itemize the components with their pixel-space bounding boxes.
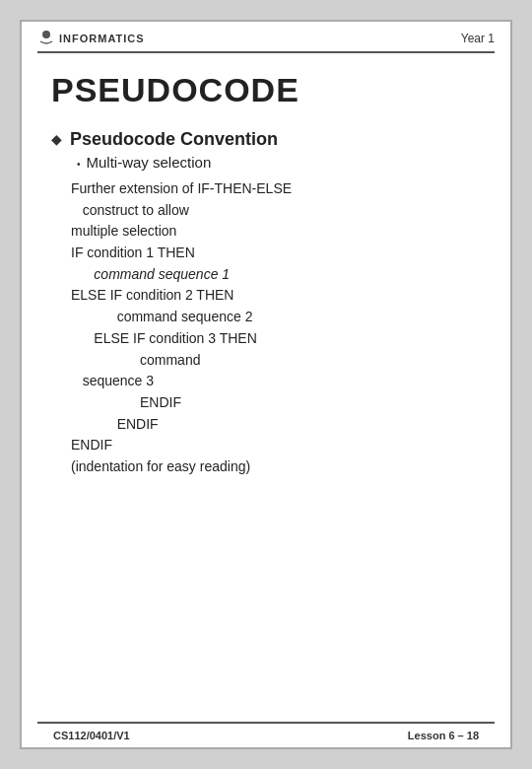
code-line-11: ENDIF (71, 392, 481, 414)
logo-icon (37, 30, 55, 47)
code-line-5: command sequence 1 (71, 264, 481, 286)
year-label: Year 1 (461, 32, 495, 45)
slide-footer: CS112/0401/V1 Lesson 6 – 18 (37, 722, 495, 747)
sub-bullet-text: Multi-way selection (87, 154, 212, 171)
logo-area: INFORMATICS (37, 30, 145, 47)
footer-course-code: CS112/0401/V1 (53, 730, 130, 741)
bullet-dot-icon: • (77, 159, 81, 170)
code-line-7: command sequence 2 (71, 307, 481, 328)
slide-title: PSEUDOCODE (51, 71, 299, 108)
footer-lesson: Lesson 6 – 18 (408, 730, 479, 741)
code-line-14: (indentation for easy reading) (71, 456, 481, 478)
section-heading: Pseudocode Convention (70, 129, 278, 150)
main-bullet: ◆ Pseudocode Convention (51, 129, 481, 150)
code-line-12: ENDIF (71, 414, 481, 436)
sub-bullet: • Multi-way selection (77, 154, 481, 171)
code-line-13: ENDIF (71, 435, 481, 456)
code-line-6: ELSE IF condition 2 THEN (71, 285, 481, 307)
code-line-8: ELSE IF condition 3 THEN (71, 328, 481, 350)
title-section: PSEUDOCODE (22, 53, 510, 119)
code-line-1: Further extension of IF-THEN-ELSE (71, 178, 481, 200)
code-block: Further extension of IF-THEN-ELSE constr… (71, 178, 481, 478)
slide-header: INFORMATICS Year 1 (22, 22, 510, 51)
logo-text: INFORMATICS (59, 33, 145, 44)
slide: INFORMATICS Year 1 PSEUDOCODE ◆ Pseudoco… (20, 20, 512, 749)
code-line-9: command (71, 350, 481, 372)
code-line-4: IF condition 1 THEN (71, 243, 481, 264)
svg-point-0 (42, 31, 50, 38)
content-section: ◆ Pseudocode Convention • Multi-way sele… (22, 119, 510, 722)
code-line-3: multiple selection (71, 221, 481, 243)
code-line-10: sequence 3 (71, 371, 481, 392)
code-line-2: construct to allow (71, 200, 481, 222)
diamond-icon: ◆ (51, 131, 62, 147)
